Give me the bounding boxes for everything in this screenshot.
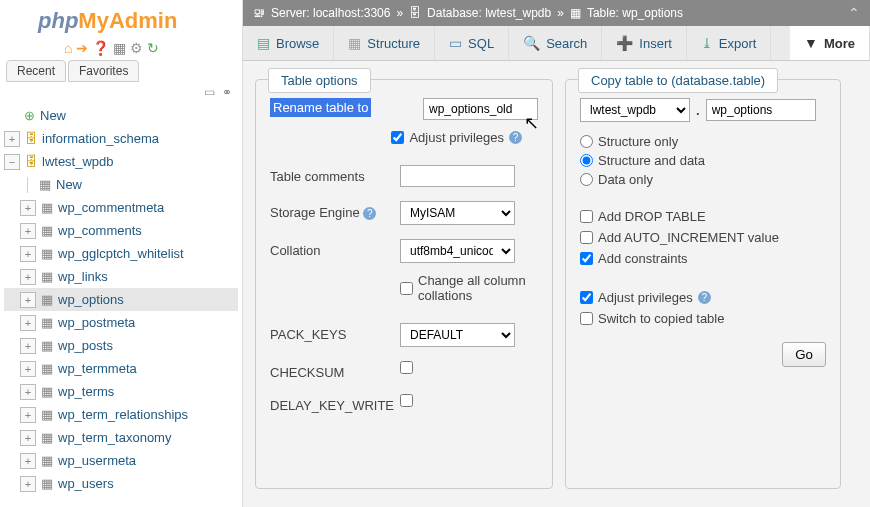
expand-icon[interactable]: + <box>20 361 36 377</box>
tree-table-wp-options[interactable]: +▦wp_options <box>4 288 238 311</box>
switch-checkbox[interactable] <box>580 312 593 325</box>
expand-icon[interactable]: + <box>20 292 36 308</box>
tree-db-lwtest-wpdb[interactable]: − 🗄 lwtest_wpdb <box>4 150 238 173</box>
collapse-icon[interactable]: − <box>4 154 20 170</box>
expand-icon[interactable]: + <box>20 476 36 492</box>
tree-label: wp_termmeta <box>56 361 137 376</box>
rename-input[interactable] <box>423 98 538 120</box>
tree-label: New <box>54 177 82 192</box>
expand-icon[interactable]: + <box>20 269 36 285</box>
add-drop-checkbox[interactable] <box>580 210 593 223</box>
table-icon: ▦ <box>38 338 56 353</box>
table-icon: ▦ <box>38 476 56 491</box>
tree-new-top[interactable]: ⊕ New <box>4 104 238 127</box>
adjust-privileges-checkbox[interactable] <box>391 131 404 144</box>
tree-table-wp-term-taxonomy[interactable]: +▦wp_term_taxonomy <box>4 426 238 449</box>
tab-browse[interactable]: ▤Browse <box>243 26 334 60</box>
collapse-top-icon[interactable]: ⌃ <box>848 5 860 21</box>
breadcrumb-table[interactable]: Table: wp_options <box>587 6 683 20</box>
reload-icon[interactable]: ↻ <box>147 40 159 56</box>
tab-recent[interactable]: Recent <box>6 60 66 82</box>
tree-table-wp-termmeta[interactable]: +▦wp_termmeta <box>4 357 238 380</box>
radio-data-only[interactable] <box>580 173 593 186</box>
expand-icon[interactable]: + <box>20 200 36 216</box>
tree-label: wp_terms <box>56 384 114 399</box>
tree-label: wp_usermeta <box>56 453 136 468</box>
tree-table-wp-links[interactable]: +▦wp_links <box>4 265 238 288</box>
help-icon[interactable]: ? <box>363 207 376 220</box>
expand-icon[interactable]: + <box>20 315 36 331</box>
go-button[interactable]: Go <box>782 342 826 367</box>
tree-table-wp-commentmeta[interactable]: +▦wp_commentmeta <box>4 196 238 219</box>
tree-table-wp-term-relationships[interactable]: +▦wp_term_relationships <box>4 403 238 426</box>
table-icon: ▦ <box>38 200 56 215</box>
database-icon: 🗄 <box>22 154 40 169</box>
tree-table-wp-usermeta[interactable]: +▦wp_usermeta <box>4 449 238 472</box>
breadcrumb-server[interactable]: Server: localhost:3306 <box>271 6 390 20</box>
table-icon: ▦ <box>38 453 56 468</box>
breadcrumb: 🖳 Server: localhost:3306 » 🗄 Database: l… <box>243 0 870 26</box>
copy-db-select[interactable]: lwtest_wpdb <box>580 98 690 122</box>
breadcrumb-database[interactable]: Database: lwtest_wpdb <box>427 6 551 20</box>
sql-icon[interactable]: ▦ <box>113 40 126 56</box>
check-label: Adjust privileges <box>598 290 693 305</box>
expand-icon[interactable]: + <box>20 430 36 446</box>
tab-sql[interactable]: ▭SQL <box>435 26 509 60</box>
tree-table-wp-comments[interactable]: +▦wp_comments <box>4 219 238 242</box>
tree-label: wp_comments <box>56 223 142 238</box>
copy-adjust-priv-checkbox[interactable] <box>580 291 593 304</box>
comments-input[interactable] <box>400 165 515 187</box>
home-icon[interactable]: ⌂ <box>64 40 72 56</box>
table-icon: ▦ <box>570 6 581 20</box>
help-icon[interactable]: ? <box>698 291 711 304</box>
delay-checkbox[interactable] <box>400 394 413 407</box>
expand-icon[interactable]: + <box>20 246 36 262</box>
tree-table-wp-gglcptch-whitelist[interactable]: +▦wp_gglcptch_whitelist <box>4 242 238 265</box>
radio-structure-data[interactable] <box>580 154 593 167</box>
new-table-icon: ▦ <box>36 177 54 192</box>
add-constraints-checkbox[interactable] <box>580 252 593 265</box>
settings-icon[interactable]: ⚙ <box>130 40 143 56</box>
add-ai-checkbox[interactable] <box>580 231 593 244</box>
tree-table-wp-postmeta[interactable]: +▦wp_postmeta <box>4 311 238 334</box>
tree-db-information-schema[interactable]: + 🗄 information_schema <box>4 127 238 150</box>
insert-icon: ➕ <box>616 35 633 51</box>
change-collations-checkbox[interactable] <box>400 282 413 295</box>
tab-insert[interactable]: ➕Insert <box>602 26 687 60</box>
tree-table-wp-users[interactable]: +▦wp_users <box>4 472 238 495</box>
tree-table-wp-posts[interactable]: +▦wp_posts <box>4 334 238 357</box>
dot-separator: . <box>696 103 700 118</box>
tree-label: wp_postmeta <box>56 315 135 330</box>
tree-table-wp-terms[interactable]: +▦wp_terms <box>4 380 238 403</box>
radio-structure-only[interactable] <box>580 135 593 148</box>
tab-more[interactable]: ▼More <box>790 26 870 60</box>
tab-favorites[interactable]: Favorites <box>68 60 139 82</box>
expand-icon[interactable]: + <box>20 338 36 354</box>
expand-icon[interactable]: + <box>20 407 36 423</box>
expand-icon[interactable]: + <box>20 223 36 239</box>
content: Table options Rename table to ↖ Adjust p… <box>243 61 870 507</box>
link-icon[interactable]: ⚭ <box>222 85 232 99</box>
comments-label: Table comments <box>270 165 390 184</box>
tab-export[interactable]: ⤓Export <box>687 26 772 60</box>
tree-new-inner[interactable]: │ ▦ New <box>4 173 238 196</box>
pack-keys-select[interactable]: DEFAULT <box>400 323 515 347</box>
expand-icon[interactable]: + <box>4 131 20 147</box>
docs-icon[interactable]: ❓ <box>92 40 109 56</box>
tab-search[interactable]: 🔍Search <box>509 26 602 60</box>
logout-icon[interactable]: ➔ <box>76 40 88 56</box>
collapse-icon[interactable]: ▭ <box>204 85 215 99</box>
help-icon[interactable]: ? <box>509 131 522 144</box>
tree-label: wp_users <box>56 476 114 491</box>
top-tabs: ▤Browse ▦Structure ▭SQL 🔍Search ➕Insert … <box>243 26 870 61</box>
checksum-checkbox[interactable] <box>400 361 413 374</box>
engine-select[interactable]: MyISAM <box>400 201 515 225</box>
copy-table-input[interactable] <box>706 99 816 121</box>
expand-icon[interactable]: + <box>20 453 36 469</box>
tab-structure[interactable]: ▦Structure <box>334 26 435 60</box>
tree-label: wp_posts <box>56 338 113 353</box>
table-icon: ▦ <box>38 407 56 422</box>
expand-icon[interactable]: + <box>20 384 36 400</box>
logo[interactable]: phpMyAdmin <box>0 0 242 38</box>
collation-select[interactable]: utf8mb4_unicode <box>400 239 515 263</box>
